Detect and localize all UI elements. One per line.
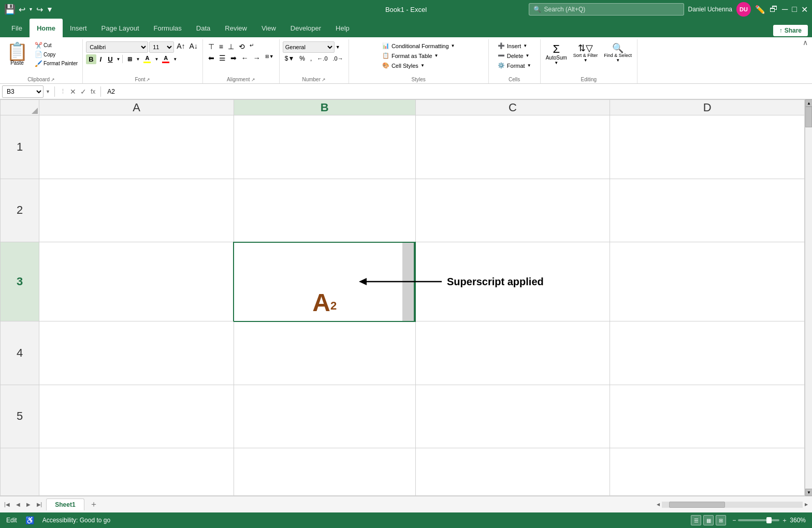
formula-input[interactable] <box>105 86 810 97</box>
fill-color-button[interactable]: A <box>141 54 153 64</box>
horizontal-scrollbar[interactable]: ◀ ▶ <box>655 500 810 510</box>
scroll-down-button[interactable]: ▼ <box>805 489 812 496</box>
customize-icon[interactable]: ▼ <box>46 5 53 13</box>
tab-page-layout[interactable]: Page Layout <box>94 19 147 37</box>
fat-dropdown[interactable]: ▼ <box>434 53 439 58</box>
redo-icon[interactable]: ↪ <box>36 5 43 14</box>
row-header-3[interactable]: 3 <box>1 242 39 321</box>
font-name-select[interactable]: Calibri <box>86 41 148 53</box>
zoom-in-button[interactable]: ＋ <box>781 516 788 525</box>
page-break-view-button[interactable]: ⊞ <box>716 515 726 525</box>
find-select-button[interactable]: 🔍 Find & Select ▼ <box>602 41 634 65</box>
col-header-B[interactable]: B <box>234 100 415 115</box>
cs-dropdown[interactable]: ▼ <box>421 63 425 68</box>
increase-decimal-button[interactable]: .0→ <box>331 54 345 63</box>
tab-view[interactable]: View <box>254 19 283 37</box>
cell-A6[interactable] <box>39 448 234 496</box>
last-sheet-button[interactable]: ▶| <box>35 501 45 508</box>
font-size-select[interactable]: 11 <box>149 41 174 53</box>
align-right-button[interactable]: ➡ <box>228 53 239 63</box>
hscroll-left-button[interactable]: ◀ <box>655 502 662 507</box>
col-header-C[interactable]: C <box>415 100 610 115</box>
close-icon[interactable]: ✕ <box>801 5 808 14</box>
hscroll-right-button[interactable]: ▶ <box>803 502 810 507</box>
align-bottom-button[interactable]: ⊥ <box>226 41 236 52</box>
decrease-decimal-button[interactable]: ←.0 <box>315 54 329 63</box>
wrap-text-button[interactable]: ↵ <box>248 41 256 52</box>
tab-developer[interactable]: Developer <box>283 19 328 37</box>
share-button[interactable]: ↑Share <box>773 25 808 36</box>
format-as-table-button[interactable]: 📋 Format as Table ▼ <box>380 51 441 60</box>
increase-indent-button[interactable]: → <box>251 53 263 63</box>
cf-dropdown[interactable]: ▼ <box>451 43 455 48</box>
number-expand-arrow[interactable]: ▼ <box>336 45 340 50</box>
name-box[interactable]: B3 <box>2 85 44 98</box>
search-box[interactable]: 🔍 Search (Alt+Q) <box>529 3 684 16</box>
italic-button[interactable]: I <box>97 54 105 64</box>
angle-text-button[interactable]: ⟲ <box>237 41 247 52</box>
number-expand-icon[interactable]: ↗ <box>322 77 326 82</box>
tab-formulas[interactable]: Formulas <box>147 19 189 37</box>
alignment-expand-icon[interactable]: ↗ <box>251 77 255 82</box>
font-increase-button[interactable]: A↑ <box>175 41 186 53</box>
font-decrease-button[interactable]: A↓ <box>187 41 199 53</box>
ribbon-collapse-button[interactable]: ∧ <box>803 38 808 47</box>
scroll-track[interactable] <box>805 107 812 489</box>
cell-C1[interactable] <box>415 115 610 179</box>
zoom-out-button[interactable]: − <box>732 517 736 524</box>
insert-button[interactable]: ➕ Insert ▼ <box>495 41 530 50</box>
sort-filter-button[interactable]: ⇅▽ Sort & Filter ▼ <box>571 41 600 65</box>
autosum-button[interactable]: Σ AutoSum ▼ <box>544 41 569 67</box>
percent-button[interactable]: % <box>297 54 307 63</box>
scroll-thumb[interactable] <box>805 107 812 127</box>
paste-button[interactable]: 📋 Paste <box>3 41 31 67</box>
sheet-tab-sheet1[interactable]: Sheet1 <box>46 498 84 510</box>
row-header-1[interactable]: 1 <box>1 115 39 179</box>
tab-file[interactable]: File <box>4 19 30 37</box>
row-header-2[interactable]: 2 <box>1 179 39 242</box>
font-color-button[interactable]: A <box>160 54 172 64</box>
cell-D6[interactable] <box>610 448 805 496</box>
cell-D4[interactable] <box>610 321 805 385</box>
align-center-button[interactable]: ☰ <box>217 53 228 63</box>
cell-C6[interactable] <box>415 448 610 496</box>
comma-button[interactable]: , <box>308 54 314 63</box>
bold-button[interactable]: B <box>86 54 96 64</box>
cell-A4[interactable] <box>39 321 234 385</box>
tab-review[interactable]: Review <box>218 19 254 37</box>
vertical-scrollbar[interactable]: ▲ ▼ <box>805 99 812 496</box>
prev-sheet-button[interactable]: ◀ <box>14 501 22 508</box>
sort-dropdown[interactable]: ▼ <box>584 58 588 63</box>
align-top-button[interactable]: ⊤ <box>206 41 216 52</box>
user-avatar[interactable]: DU <box>736 2 751 17</box>
cell-D2[interactable] <box>610 179 805 242</box>
conditional-formatting-button[interactable]: 📊 Conditional Formatting ▼ <box>380 41 457 50</box>
hscroll-thumb[interactable] <box>669 502 726 508</box>
cell-styles-button[interactable]: 🎨 Cell Styles ▼ <box>380 61 427 70</box>
cell-D1[interactable] <box>610 115 805 179</box>
corner-cell[interactable] <box>1 100 39 115</box>
cell-A1[interactable] <box>39 115 234 179</box>
cell-C3[interactable]: Superscript applied <box>415 242 610 321</box>
cell-A5[interactable] <box>39 385 234 448</box>
next-sheet-button[interactable]: ▶ <box>24 501 33 508</box>
scroll-up-button[interactable]: ▲ <box>805 99 812 107</box>
cell-C2[interactable] <box>415 179 610 242</box>
row-header-5[interactable]: 5 <box>1 385 39 448</box>
zoom-thumb[interactable] <box>766 517 772 523</box>
col-header-A[interactable]: A <box>39 100 234 115</box>
cell-D3[interactable] <box>610 242 805 321</box>
currency-button[interactable]: $▼ <box>283 54 297 63</box>
cell-B5[interactable] <box>234 385 415 448</box>
merge-center-button[interactable]: ⊞▼ <box>263 53 276 63</box>
cell-C4[interactable] <box>415 321 610 385</box>
cancel-icon[interactable]: ✕ <box>69 86 77 97</box>
fill-dropdown[interactable]: ▼ <box>154 57 158 62</box>
align-left-button[interactable]: ⬅ <box>206 53 216 63</box>
cell-B4[interactable] <box>234 321 415 385</box>
normal-view-button[interactable]: ☰ <box>691 515 701 525</box>
save-icon[interactable]: 💾 <box>4 4 16 15</box>
cell-B1[interactable] <box>234 115 415 179</box>
align-middle-button[interactable]: ≡ <box>217 41 225 52</box>
maximize-icon[interactable]: □ <box>792 5 797 14</box>
